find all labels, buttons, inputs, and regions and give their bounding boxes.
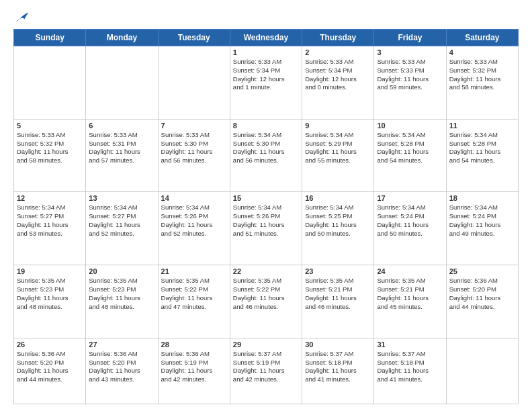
sunset-text: Sunset: 5:30 PM — [161, 140, 227, 148]
sunset-text: Sunset: 5:20 PM — [89, 359, 154, 367]
sunrise-text: Sunrise: 5:34 AM — [233, 131, 299, 140]
day-number: 22 — [233, 267, 299, 275]
daylight-text: and 55 minutes. — [305, 156, 371, 165]
sunrise-text: Sunrise: 5:34 AM — [305, 203, 371, 212]
sunrise-text: Sunrise: 5:34 AM — [377, 131, 443, 140]
sunset-text: Sunset: 5:18 PM — [377, 359, 443, 367]
daylight-text: and 54 minutes. — [377, 156, 443, 165]
daylight-text: Daylight: 11 hours — [17, 294, 83, 303]
sunrise-text: Sunrise: 5:34 AM — [17, 203, 83, 212]
sunset-text: Sunset: 5:27 PM — [17, 212, 83, 221]
daylight-text: and 1 minute. — [233, 83, 299, 92]
calendar-cell: 22Sunrise: 5:35 AMSunset: 5:22 PMDayligh… — [230, 265, 302, 338]
day-number: 19 — [17, 267, 83, 275]
daylight-text: Daylight: 11 hours — [161, 148, 227, 156]
day-header-sunday: Sunday — [14, 30, 86, 46]
day-number: 13 — [89, 194, 154, 202]
sunrise-text: Sunrise: 5:37 AM — [305, 350, 371, 359]
sunset-text: Sunset: 5:21 PM — [305, 285, 371, 294]
sunrise-text: Sunrise: 5:36 AM — [161, 350, 227, 359]
daylight-text: Daylight: 11 hours — [233, 221, 299, 230]
sunrise-text: Sunrise: 5:33 AM — [449, 58, 515, 66]
day-header-tuesday: Tuesday — [158, 30, 230, 46]
calendar-cell: 26Sunrise: 5:36 AMSunset: 5:20 PMDayligh… — [14, 338, 86, 404]
daylight-text: Daylight: 11 hours — [377, 75, 443, 84]
daylight-text: and 42 minutes. — [233, 375, 299, 384]
sunset-text: Sunset: 5:33 PM — [377, 66, 443, 75]
day-number: 20 — [89, 267, 154, 275]
sunrise-text: Sunrise: 5:33 AM — [161, 131, 227, 140]
calendar-week-row: 12Sunrise: 5:34 AMSunset: 5:27 PMDayligh… — [14, 192, 519, 265]
sunset-text: Sunset: 5:27 PM — [89, 212, 154, 221]
daylight-text: and 51 minutes. — [233, 230, 299, 238]
calendar-cell: 21Sunrise: 5:35 AMSunset: 5:22 PMDayligh… — [158, 265, 230, 338]
sunset-text: Sunset: 5:20 PM — [449, 285, 515, 294]
calendar-cell: 31Sunrise: 5:37 AMSunset: 5:18 PMDayligh… — [374, 338, 446, 404]
sunrise-text: Sunrise: 5:34 AM — [449, 131, 515, 140]
day-number: 17 — [377, 194, 443, 202]
daylight-text: Daylight: 11 hours — [305, 367, 371, 375]
calendar-cell — [14, 46, 86, 120]
calendar-cell: 3Sunrise: 5:33 AMSunset: 5:33 PMDaylight… — [374, 46, 446, 120]
calendar-cell: 25Sunrise: 5:36 AMSunset: 5:20 PMDayligh… — [446, 265, 518, 338]
daylight-text: and 47 minutes. — [161, 303, 227, 312]
sunrise-text: Sunrise: 5:33 AM — [89, 131, 154, 140]
calendar-cell: 12Sunrise: 5:34 AMSunset: 5:27 PMDayligh… — [14, 192, 86, 265]
calendar-cell: 1Sunrise: 5:33 AMSunset: 5:34 PMDaylight… — [230, 46, 302, 120]
daylight-text: Daylight: 11 hours — [377, 148, 443, 156]
sunrise-text: Sunrise: 5:37 AM — [377, 350, 443, 359]
daylight-text: and 0 minutes. — [305, 83, 371, 92]
sunset-text: Sunset: 5:19 PM — [233, 359, 299, 367]
sunset-text: Sunset: 5:24 PM — [377, 212, 443, 221]
calendar-cell: 17Sunrise: 5:34 AMSunset: 5:24 PMDayligh… — [374, 192, 446, 265]
daylight-text: Daylight: 11 hours — [89, 148, 154, 156]
sunrise-text: Sunrise: 5:36 AM — [449, 277, 515, 285]
day-number: 1 — [233, 48, 299, 56]
header — [13, 10, 519, 24]
logo-bird-icon — [15, 10, 30, 25]
sunset-text: Sunset: 5:32 PM — [17, 140, 83, 148]
sunset-text: Sunset: 5:32 PM — [449, 66, 515, 75]
calendar-header-row: SundayMondayTuesdayWednesdayThursdayFrid… — [14, 30, 519, 46]
daylight-text: Daylight: 11 hours — [89, 294, 154, 303]
sunset-text: Sunset: 5:29 PM — [305, 140, 371, 148]
daylight-text: Daylight: 11 hours — [377, 294, 443, 303]
day-number: 9 — [305, 122, 371, 130]
calendar-cell: 11Sunrise: 5:34 AMSunset: 5:28 PMDayligh… — [446, 119, 518, 192]
sunset-text: Sunset: 5:22 PM — [161, 285, 227, 294]
day-header-saturday: Saturday — [446, 30, 518, 46]
sunrise-text: Sunrise: 5:33 AM — [377, 58, 443, 66]
day-number: 23 — [305, 267, 371, 275]
sunrise-text: Sunrise: 5:34 AM — [377, 203, 443, 212]
sunset-text: Sunset: 5:19 PM — [161, 359, 227, 367]
calendar-cell: 13Sunrise: 5:34 AMSunset: 5:27 PMDayligh… — [86, 192, 158, 265]
daylight-text: and 58 minutes. — [449, 83, 515, 92]
daylight-text: and 44 minutes. — [449, 303, 515, 312]
calendar-cell — [86, 46, 158, 120]
day-number: 14 — [161, 194, 227, 202]
daylight-text: and 53 minutes. — [17, 230, 83, 238]
sunset-text: Sunset: 5:18 PM — [305, 359, 371, 367]
daylight-text: Daylight: 11 hours — [89, 221, 154, 230]
day-number: 16 — [305, 194, 371, 202]
sunrise-text: Sunrise: 5:34 AM — [89, 203, 154, 212]
calendar-cell: 20Sunrise: 5:35 AMSunset: 5:23 PMDayligh… — [86, 265, 158, 338]
daylight-text: and 41 minutes. — [377, 375, 443, 384]
daylight-text: and 56 minutes. — [161, 156, 227, 165]
day-number: 7 — [161, 122, 227, 130]
daylight-text: and 52 minutes. — [161, 230, 227, 238]
calendar-table: SundayMondayTuesdayWednesdayThursdayFrid… — [13, 29, 519, 404]
day-number: 6 — [89, 122, 154, 130]
daylight-text: Daylight: 11 hours — [377, 367, 443, 375]
sunrise-text: Sunrise: 5:33 AM — [233, 58, 299, 66]
calendar-week-row: 1Sunrise: 5:33 AMSunset: 5:34 PMDaylight… — [14, 46, 519, 120]
calendar-cell: 27Sunrise: 5:36 AMSunset: 5:20 PMDayligh… — [86, 338, 158, 404]
day-number: 2 — [305, 48, 371, 56]
sunset-text: Sunset: 5:34 PM — [233, 66, 299, 75]
logo-text — [13, 10, 30, 24]
calendar-cell: 18Sunrise: 5:34 AMSunset: 5:24 PMDayligh… — [446, 192, 518, 265]
sunrise-text: Sunrise: 5:35 AM — [305, 277, 371, 285]
calendar-cell: 15Sunrise: 5:34 AMSunset: 5:26 PMDayligh… — [230, 192, 302, 265]
daylight-text: and 43 minutes. — [89, 375, 154, 384]
day-header-monday: Monday — [86, 30, 158, 46]
